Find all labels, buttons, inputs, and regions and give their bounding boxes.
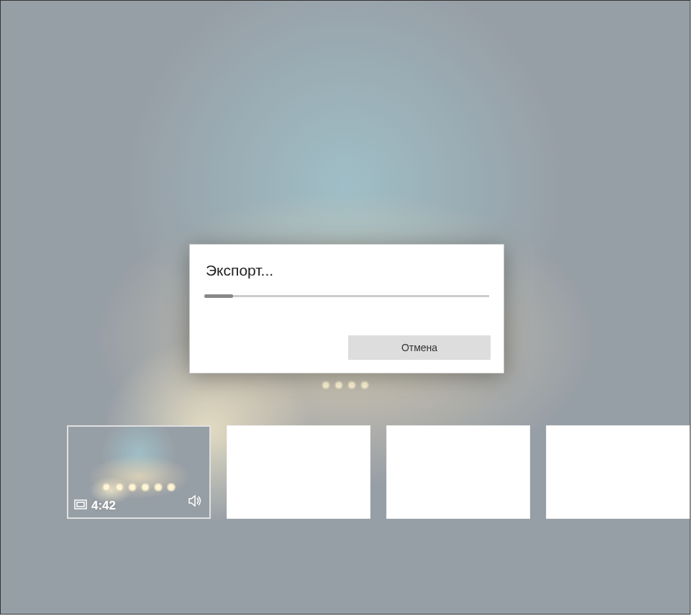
export-progress-bar <box>206 295 489 297</box>
clip-duration-icon <box>74 499 87 513</box>
clip-duration: 4:42 <box>91 499 116 513</box>
svg-rect-23 <box>77 502 84 507</box>
audio-icon <box>188 494 202 510</box>
storyboard-empty-slot[interactable] <box>227 425 370 519</box>
cancel-button[interactable]: Отмена <box>348 335 491 360</box>
storyboard-clip[interactable]: 4:42 <box>67 425 211 519</box>
storyboard-empty-slot[interactable] <box>546 425 690 519</box>
storyboard: 4:42 <box>1 425 690 519</box>
export-dialog: Экспорт... Отмена <box>189 244 504 373</box>
storyboard-empty-slot[interactable] <box>386 425 530 519</box>
dialog-title: Экспорт... <box>206 262 488 279</box>
